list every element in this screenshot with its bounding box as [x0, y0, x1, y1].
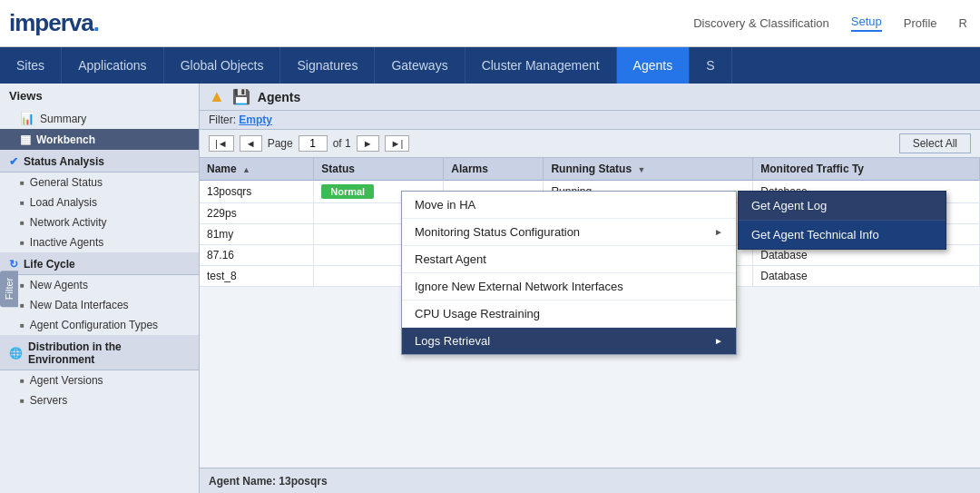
cell-name: test_8: [200, 266, 314, 287]
col-status: Status: [314, 158, 444, 181]
section-lifecycle: ↻ Life Cycle: [0, 252, 199, 275]
nav-agents[interactable]: Agents: [617, 47, 691, 84]
ctx-logs-retrieval[interactable]: Logs Retrieval ►: [402, 328, 736, 354]
col-running-status[interactable]: Running Status ▼: [544, 158, 753, 181]
select-all-button[interactable]: Select All: [899, 133, 971, 153]
page-prev-btn[interactable]: ◄: [240, 135, 262, 152]
nav-profile[interactable]: Profile: [904, 16, 937, 30]
nav-applications[interactable]: Applications: [62, 47, 164, 84]
ctx-label-logs: Logs Retrieval: [415, 334, 490, 348]
nav-gateways[interactable]: Gateways: [375, 47, 465, 84]
ctx-label-ignore: Ignore New External Network Interfaces: [415, 280, 623, 293]
sidebar-network-activity[interactable]: ■ Network Activity: [0, 212, 199, 232]
col-name[interactable]: Name ▲: [200, 158, 314, 181]
sidebar-item-workbench[interactable]: ▦ Workbench: [0, 129, 199, 150]
nav-global-objects[interactable]: Global Objects: [164, 47, 281, 84]
page-label: Page: [268, 137, 293, 150]
sidebar-inactive-agents[interactable]: ■ Inactive Agents: [0, 232, 199, 252]
cell-name: 81my: [200, 224, 314, 245]
nav-cluster[interactable]: Cluster Management: [466, 47, 617, 84]
label-inactive-agents: Inactive Agents: [30, 236, 103, 249]
bullet-icon: ■: [20, 377, 24, 385]
label-servers: Servers: [30, 394, 67, 407]
sidebar-general-status[interactable]: ■ General Status: [0, 173, 199, 192]
nav-signatures[interactable]: Signatures: [280, 47, 375, 84]
label-general-status: General Status: [30, 176, 103, 189]
bullet-icon: ■: [20, 397, 24, 405]
nav-r[interactable]: R: [959, 16, 967, 30]
label-network-activity: Network Activity: [30, 216, 107, 229]
page-input[interactable]: [299, 135, 328, 152]
label-new-agents: New Agents: [30, 279, 88, 291]
filter-value[interactable]: Empty: [239, 113, 272, 126]
lifecycle-label: Life Cycle: [24, 258, 75, 271]
main-panel: ▲ 💾 Agents Filter: Empty |◄ ◄ Page of 1 …: [200, 84, 980, 493]
agents-toolbar: ▲ 💾 Agents: [200, 84, 980, 111]
logo: imperva.: [9, 9, 99, 37]
page-last-btn[interactable]: ►|: [385, 135, 410, 152]
top-nav: Discovery & Classification Setup Profile…: [693, 15, 967, 32]
ctx-restart-agent[interactable]: Restart Agent: [402, 246, 736, 273]
sidebar-servers[interactable]: ■ Servers: [0, 390, 199, 410]
nav-s[interactable]: S: [690, 47, 731, 84]
section-distribution: 🌐 Distribution in the Environment: [0, 335, 199, 370]
pagination-bar: |◄ ◄ Page of 1 ► ►| Select All: [200, 130, 980, 158]
filter-tab[interactable]: Filter: [0, 270, 18, 306]
distribution-label: Distribution in the Environment: [28, 340, 190, 366]
lifecycle-icon: ↻: [9, 258, 18, 271]
col-traffic-type: Monitored Traffic Ty: [753, 158, 980, 181]
sidebar-item-summary[interactable]: 📊 Summary: [0, 108, 199, 129]
bullet-icon: ■: [20, 301, 24, 310]
sidebar-new-agents[interactable]: ■ New Agents: [0, 275, 199, 295]
submenu-get-agent-log[interactable]: Get Agent Log: [739, 192, 946, 221]
of-label: of 1: [333, 137, 351, 150]
nav-sites[interactable]: Sites: [0, 47, 62, 84]
label-load-analysis: Load Analysis: [30, 196, 97, 209]
label-agent-versions: Agent Versions: [30, 374, 103, 387]
bullet-icon: ■: [20, 219, 24, 227]
ctx-ignore-network[interactable]: Ignore New External Network Interfaces: [402, 273, 736, 301]
cell-name: 87.16: [200, 245, 314, 266]
agents-title: Agents: [258, 90, 300, 104]
sub-menu: Get Agent Log Get Agent Technical Info: [738, 191, 946, 250]
sidebar-agent-config-types[interactable]: ■ Agent Configuration Types: [0, 315, 199, 335]
ctx-label-move: Move in HA: [415, 198, 475, 212]
ctx-move-in-ha[interactable]: Move in HA: [402, 192, 736, 219]
nav-discovery[interactable]: Discovery & Classification: [693, 16, 829, 30]
bullet-icon: ■: [20, 321, 24, 330]
sidebar-new-data-interfaces[interactable]: ■ New Data Interfaces: [0, 295, 199, 315]
ctx-cpu-restraining[interactable]: CPU Usage Restraining: [402, 301, 736, 328]
label-agent-config-types: Agent Configuration Types: [30, 319, 158, 331]
agents-home-icon[interactable]: ▲: [209, 87, 225, 106]
cell-traffic-type: Database: [753, 266, 980, 287]
bullet-icon: ■: [20, 199, 24, 207]
status-badge-normal: Normal: [321, 184, 374, 199]
workbench-icon: ▦: [20, 133, 31, 146]
sidebar: Filter Views 📊 Summary ▦ Workbench ✔ Sta…: [0, 84, 200, 493]
page-first-btn[interactable]: |◄: [209, 135, 234, 152]
col-alarms: Alarms: [444, 158, 544, 181]
agents-save-icon[interactable]: 💾: [232, 88, 250, 105]
bullet-icon: ■: [20, 179, 24, 187]
bullet-icon: ■: [20, 239, 24, 247]
summary-icon: 📊: [20, 112, 34, 125]
bullet-icon: ■: [20, 281, 24, 290]
nav-setup[interactable]: Setup: [851, 15, 882, 32]
sidebar-load-analysis[interactable]: ■ Load Analysis: [0, 192, 199, 212]
filter-bar: Filter: Empty: [200, 111, 980, 130]
page-next-btn[interactable]: ►: [357, 135, 379, 152]
content: Filter Views 📊 Summary ▦ Workbench ✔ Sta…: [0, 84, 980, 493]
submenu-get-technical-info[interactable]: Get Agent Technical Info: [739, 221, 946, 249]
logo-text: imperva.: [9, 9, 99, 37]
context-menu: Move in HA Monitoring Status Configurati…: [401, 191, 737, 355]
bottom-bar: Agent Name: 13posqrs: [200, 468, 980, 493]
ctx-monitoring-status[interactable]: Monitoring Status Configuration ►: [402, 219, 736, 246]
ctx-arrow-logs: ►: [714, 336, 723, 346]
sidebar-label-summary: Summary: [40, 113, 86, 125]
views-header: Views: [0, 84, 199, 108]
status-analysis-icon: ✔: [9, 155, 18, 168]
label-new-data-interfaces: New Data Interfaces: [30, 299, 129, 311]
sidebar-agent-versions[interactable]: ■ Agent Versions: [0, 370, 199, 390]
distribution-icon: 🌐: [9, 347, 23, 360]
ctx-label-monitoring: Monitoring Status Configuration: [415, 225, 580, 239]
